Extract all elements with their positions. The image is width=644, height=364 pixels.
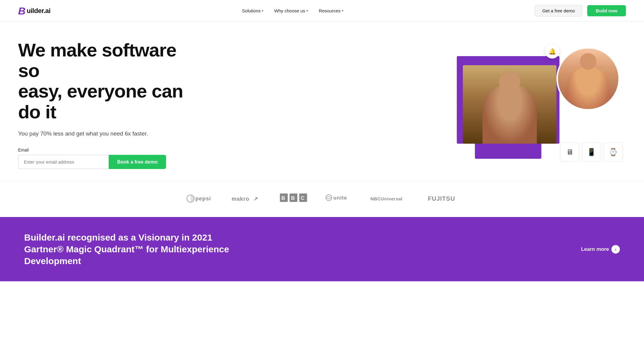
svg-text:B: B <box>281 195 286 201</box>
brands-section: pepsi makro ↗ B B C unite NBCUniversal <box>0 181 644 217</box>
book-demo-button[interactable]: Book a free demo <box>109 155 166 169</box>
tablet-icon: 📱 <box>582 142 601 162</box>
navbar: B uilder.ai Solutions ▾ Why choose us ▾ … <box>0 0 644 22</box>
svg-text:unite: unite <box>333 195 347 201</box>
logo-text: uilder.ai <box>27 7 51 15</box>
notification-bell-icon: 🔔 <box>545 44 559 59</box>
hero-visual: 🔔 🖥 📱 ⌚ <box>457 41 626 168</box>
build-now-button[interactable]: Build now <box>587 5 626 16</box>
get-free-demo-button[interactable]: Get a free demo <box>535 5 582 17</box>
hero-photo-circle <box>556 47 620 110</box>
svg-text:pepsi: pepsi <box>195 196 211 202</box>
arrow-right-icon: › <box>611 245 620 254</box>
banner-text: Builder.ai recognised as a Visionary in … <box>24 231 235 267</box>
bottom-banner: Builder.ai recognised as a Visionary in … <box>0 217 644 281</box>
chevron-down-icon: ▾ <box>342 9 343 12</box>
chevron-down-icon: ▾ <box>306 9 308 12</box>
chevron-down-icon: ▾ <box>262 9 263 12</box>
svg-text:↗: ↗ <box>253 196 258 202</box>
svg-text:NBCUniversal: NBCUniversal <box>370 196 402 201</box>
nav-resources[interactable]: Resources ▾ <box>319 8 343 13</box>
device-icons: 🖥 📱 ⌚ <box>560 142 623 162</box>
email-input[interactable] <box>18 155 109 169</box>
brand-unite: unite <box>325 193 352 205</box>
learn-more-button[interactable]: Learn more › <box>581 245 620 254</box>
svg-text:C: C <box>301 195 305 201</box>
brand-bbc: B B C <box>280 193 307 205</box>
email-label: Email <box>18 148 199 152</box>
person-working-photo <box>463 65 556 144</box>
hero-subtext: You pay 70% less and get what you need 6… <box>18 129 199 138</box>
brand-fujitsu: FUJITSU <box>428 193 458 205</box>
nav-links: Solutions ▾ Why choose us ▾ Resources ▾ <box>242 8 343 13</box>
logo[interactable]: B uilder.ai <box>18 6 50 16</box>
nav-why-choose-us[interactable]: Why choose us ▾ <box>274 8 308 13</box>
brand-makro: makro ↗ <box>232 194 262 204</box>
monitor-icon: 🖥 <box>560 142 579 162</box>
logo-b-letter: B <box>18 6 26 16</box>
email-form: Book a free demo <box>18 155 199 169</box>
watch-icon: ⌚ <box>604 142 623 162</box>
hero-photo-main <box>463 65 556 144</box>
brand-nbcuniversal: NBCUniversal <box>370 194 410 204</box>
hero-content: We make software so easy, everyone can d… <box>18 40 199 169</box>
hero-headline: We make software so easy, everyone can d… <box>18 40 199 122</box>
nav-solutions[interactable]: Solutions ▾ <box>242 8 264 13</box>
nav-actions: Get a free demo Build now <box>535 5 626 17</box>
brand-pepsi: pepsi <box>186 194 213 204</box>
person-standing-photo <box>558 49 618 109</box>
svg-text:B: B <box>291 195 296 201</box>
svg-text:FUJITSU: FUJITSU <box>428 195 455 202</box>
hero-section: We make software so easy, everyone can d… <box>0 22 644 181</box>
svg-text:makro: makro <box>232 196 249 202</box>
